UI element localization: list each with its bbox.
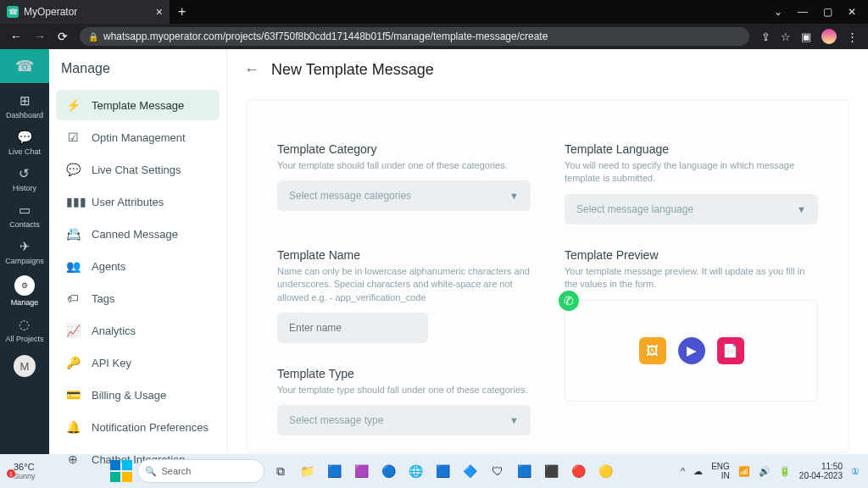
sidebar-item-tags[interactable]: 🏷Tags bbox=[56, 283, 220, 313]
category-label: Template Category bbox=[277, 142, 531, 156]
tray-cloud-icon[interactable]: ☁ bbox=[693, 466, 703, 477]
bell-icon: 🔔 bbox=[66, 420, 80, 434]
field-name: Template Name Name can only be in lowerc… bbox=[277, 248, 531, 343]
sidebar-item-canned[interactable]: 📇Canned Message bbox=[56, 219, 220, 249]
taskbar-search[interactable]: 🔍 Search bbox=[137, 459, 264, 483]
wifi-icon[interactable]: 📶 bbox=[738, 466, 750, 477]
sidebar-list: ⚡Template Message ☑Optin Management 💬Liv… bbox=[49, 85, 226, 480]
key-icon: 🔑 bbox=[66, 356, 80, 369]
volume-icon[interactable]: 🔊 bbox=[759, 466, 771, 477]
task-view-icon[interactable]: ⧉ bbox=[270, 460, 292, 482]
share-icon[interactable]: ⇪ bbox=[761, 30, 771, 43]
doc-tile-icon: 📄 bbox=[717, 337, 744, 364]
window-close-icon[interactable]: ✕ bbox=[848, 6, 856, 18]
sidebar-item-agents[interactable]: 👥Agents bbox=[56, 251, 220, 281]
contacts-icon: ▭ bbox=[19, 202, 31, 218]
language-help: You will need to specify the language in… bbox=[565, 159, 818, 186]
field-type: Template Type Your template type should … bbox=[277, 367, 531, 435]
rail-manage[interactable]: ⚙Manage bbox=[11, 275, 39, 307]
user-avatar[interactable]: M bbox=[14, 355, 36, 377]
tray-chevron-icon[interactable]: ^ bbox=[681, 466, 685, 476]
rail-dashboard[interactable]: ⊞Dashboard bbox=[6, 93, 43, 119]
app-icon-6[interactable]: ⬛ bbox=[541, 460, 563, 482]
lock-icon: 🔒 bbox=[88, 32, 98, 42]
mcafee-icon[interactable]: 🛡 bbox=[487, 460, 509, 482]
sidebar-title: Manage bbox=[49, 49, 226, 85]
forward-icon[interactable]: → bbox=[34, 30, 46, 43]
sidebar-item-notifications[interactable]: 🔔Notification Preferences bbox=[56, 412, 220, 442]
language-select[interactable]: Select message language ▼ bbox=[565, 194, 818, 225]
reload-icon[interactable]: ⟳ bbox=[58, 30, 68, 43]
app-icon-1[interactable]: 🟦 bbox=[324, 460, 346, 482]
window-chevron-icon[interactable]: ⌄ bbox=[774, 6, 782, 18]
star-icon[interactable]: ☆ bbox=[781, 30, 791, 43]
category-help: Your template should fall under one of t… bbox=[277, 159, 531, 172]
edge-icon[interactable]: 🌐 bbox=[405, 460, 427, 482]
profile-avatar-icon[interactable] bbox=[821, 29, 837, 44]
weather-widget[interactable]: 36°C Sunny bbox=[8, 462, 36, 480]
window-restore-icon[interactable]: ▢ bbox=[823, 6, 832, 18]
image-tile-icon: 🖼 bbox=[639, 337, 666, 364]
sidebar-item-analytics[interactable]: 📈Analytics bbox=[56, 315, 220, 346]
chevron-down-icon: ▼ bbox=[509, 415, 519, 425]
app-icon-5[interactable]: 🟦 bbox=[514, 460, 536, 482]
main-content: ← New Template Message Template Category… bbox=[227, 49, 868, 454]
card-icon: 📇 bbox=[66, 227, 80, 241]
notifications-icon[interactable]: ① bbox=[851, 466, 860, 477]
rail-campaigns[interactable]: ✈Campaigns bbox=[5, 239, 44, 265]
windows-taskbar: 36°C Sunny 🔍 Search ⧉ 📁 🟦 🟪 🔵 🌐 🟦 🔷 🛡 🟦 … bbox=[0, 454, 868, 488]
sidebar-item-template-message[interactable]: ⚡Template Message bbox=[56, 90, 220, 120]
preview-box: ✆ 🖼 ▶ 📄 bbox=[565, 300, 818, 402]
sidebar-item-billing[interactable]: 💳Billing & Usage bbox=[56, 380, 220, 410]
battery-icon[interactable]: 🔋 bbox=[779, 466, 791, 477]
address-bar[interactable]: 🔒 whatsapp.myoperator.com/projects/63f75… bbox=[80, 27, 749, 46]
campaigns-icon: ✈ bbox=[19, 239, 31, 254]
category-select[interactable]: Select message categories ▼ bbox=[277, 180, 531, 211]
chevron-down-icon: ▼ bbox=[797, 204, 806, 214]
dashboard-icon: ⊞ bbox=[19, 93, 31, 108]
app-container: ☎ ⊞Dashboard 💬Live Chat ↺History ▭Contac… bbox=[0, 49, 868, 454]
chrome-icon-2[interactable]: 🟡 bbox=[595, 460, 617, 482]
chrome-icon[interactable]: 🔴 bbox=[568, 460, 590, 482]
field-preview: Template Preview Your template message p… bbox=[565, 248, 818, 436]
back-arrow-icon[interactable]: ← bbox=[244, 61, 259, 79]
app-icon-4[interactable]: 🔷 bbox=[459, 460, 481, 482]
app-icon-3[interactable]: 🔵 bbox=[378, 460, 400, 482]
whatsapp-icon: ✆ bbox=[557, 289, 581, 313]
sidebar-item-user-attributes[interactable]: ▮▮▮User Attributes bbox=[56, 186, 220, 217]
rail-history[interactable]: ↺History bbox=[13, 166, 36, 192]
extensions-icon[interactable]: ▣ bbox=[801, 30, 811, 43]
chat-icon: 💬 bbox=[17, 130, 33, 145]
agents-icon: 👥 bbox=[66, 259, 80, 273]
app-icon-2[interactable]: 🟪 bbox=[351, 460, 373, 482]
sidebar-item-chat-settings[interactable]: 💬Live Chat Settings bbox=[56, 154, 220, 185]
tag-icon: 🏷 bbox=[66, 291, 80, 305]
rail-live-chat[interactable]: 💬Live Chat bbox=[8, 130, 41, 156]
checkbox-icon: ☑ bbox=[66, 130, 80, 144]
language-indicator[interactable]: ENG IN bbox=[711, 462, 730, 480]
system-tray: ^ ☁ ENG IN 📶 🔊 🔋 11:50 20-04-2023 ① bbox=[681, 462, 860, 480]
sidebar-item-api-key[interactable]: 🔑API Key bbox=[56, 347, 220, 378]
window-minimize-icon[interactable]: — bbox=[798, 6, 808, 18]
url-text: whatsapp.myoperator.com/projects/63f750f… bbox=[103, 30, 548, 42]
explorer-icon[interactable]: 📁 bbox=[297, 460, 319, 482]
browser-toolbar: ← → ⟳ 🔒 whatsapp.myoperator.com/projects… bbox=[0, 24, 868, 49]
rail-contacts[interactable]: ▭Contacts bbox=[9, 202, 40, 229]
page-title: New Template Message bbox=[271, 61, 434, 79]
name-help: Name can only be in lowercase alphanumer… bbox=[277, 265, 531, 304]
name-input[interactable] bbox=[277, 313, 428, 343]
back-icon[interactable]: ← bbox=[10, 30, 22, 43]
app-logo[interactable]: ☎ bbox=[0, 49, 49, 83]
start-button[interactable] bbox=[110, 460, 132, 482]
bolt-icon: ⚡ bbox=[66, 98, 80, 112]
tab-close-icon[interactable]: × bbox=[156, 5, 163, 19]
browser-tab[interactable]: ☎ MyOperator × bbox=[0, 0, 170, 24]
rail-all-projects[interactable]: ◌All Projects bbox=[5, 317, 43, 343]
type-select[interactable]: Select message type ▼ bbox=[277, 405, 531, 435]
new-tab-button[interactable]: + bbox=[170, 4, 194, 19]
menu-icon[interactable]: ⋮ bbox=[847, 30, 858, 43]
clock[interactable]: 11:50 20-04-2023 bbox=[799, 462, 843, 480]
word-icon[interactable]: 🟦 bbox=[432, 460, 454, 482]
sidebar-item-optin[interactable]: ☑Optin Management bbox=[56, 122, 220, 152]
preview-label: Template Preview bbox=[565, 248, 818, 262]
